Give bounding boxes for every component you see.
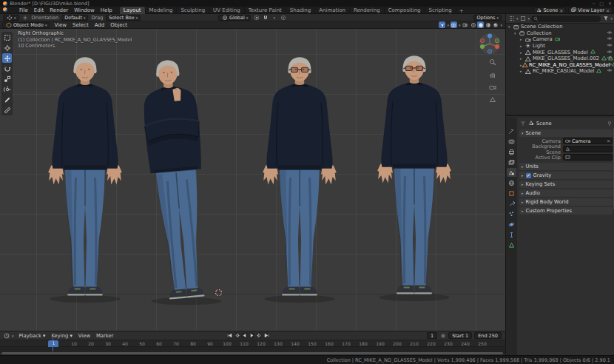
timeline-menu-marker[interactable]: Marker (93, 333, 117, 339)
gravity-checkbox[interactable] (526, 173, 531, 178)
prev-keyframe-button[interactable] (234, 332, 240, 339)
model-mike-standing-glasses[interactable] (238, 55, 361, 316)
timeline-editor-type-icon[interactable] (3, 332, 10, 339)
viewport-menu-object[interactable]: Object (107, 22, 130, 28)
panel-keying-sets[interactable]: ▸Keying Sets (519, 181, 613, 188)
perspective-toggle-icon[interactable] (489, 96, 496, 105)
show-gizmo-icon[interactable] (439, 21, 445, 28)
menu-edit[interactable]: Edit (31, 7, 47, 13)
tool-select-box-button[interactable] (2, 33, 12, 42)
scene-panel-header[interactable]: ▾Scene (519, 129, 613, 137)
tool-move-button[interactable] (2, 53, 12, 63)
workspace-tab-scripting[interactable]: Scripting (425, 7, 456, 14)
outliner-row-light[interactable]: ▸Light (506, 43, 614, 50)
outliner-root-row[interactable]: ▾ Scene Collection (506, 24, 614, 30)
expander-icon[interactable]: ▸ (520, 44, 525, 48)
panel-audio[interactable]: ▸Audio (519, 189, 613, 197)
show-overlays-icon[interactable] (451, 21, 457, 28)
outliner-row-mike-glasses-model-002[interactable]: ▸MIKE_GLASSES_Model.002 (506, 55, 614, 62)
properties-tab-constraints[interactable] (507, 230, 516, 239)
model-mike-arms-crossed[interactable] (125, 57, 248, 318)
timeline-menu-view[interactable]: View (75, 333, 93, 339)
menu-render[interactable]: Render (47, 7, 71, 13)
minimize-button[interactable]: ─ (593, 1, 596, 6)
tool-cursor-button[interactable] (2, 43, 12, 53)
mode-dropdown[interactable]: Object Mode▾ (2, 22, 50, 28)
snapping-dropdown-icon[interactable]: ▾ (271, 14, 277, 21)
play-reverse-button[interactable] (241, 332, 248, 339)
properties-tab-particles[interactable] (507, 209, 516, 218)
unlink-layer-icon[interactable]: ✕ (606, 8, 610, 13)
expander-icon[interactable]: ▸ (520, 56, 525, 61)
zoom-icon[interactable] (489, 58, 496, 67)
model-mike-standing-glasses-2[interactable] (353, 53, 476, 314)
preset-dropdown[interactable]: Default▾ (61, 15, 88, 21)
outliner-row-mike-glasses-model[interactable]: ▸MIKE_GLASSES_Model (506, 49, 614, 55)
workspace-tab-shading[interactable]: Shading (286, 7, 315, 14)
timeline-ruler[interactable]: 1 10203040506070809010011012013014015016… (0, 340, 505, 347)
outliner-search-input[interactable] (531, 16, 601, 22)
properties-filter-icon[interactable] (519, 121, 526, 127)
panel-custom-properties[interactable]: ▸Custom Properties (519, 207, 613, 215)
view-layer-selector[interactable]: View Layer ✕ (568, 7, 613, 13)
outliner-row-collection[interactable]: ▾Collection (506, 30, 614, 37)
camera-field[interactable]: Camera ✕ (563, 138, 613, 144)
shading-material-icon[interactable] (485, 21, 491, 28)
panel-units[interactable]: ▸Units (519, 163, 613, 170)
frame-start-field[interactable]: Start1 (448, 332, 472, 339)
properties-tab-data[interactable] (507, 240, 516, 249)
properties-tab-output[interactable] (507, 147, 516, 156)
timeline-menu-playback[interactable]: Playback ▾ (16, 333, 49, 339)
tool-transform-button[interactable] (2, 84, 12, 94)
drag-dropdown[interactable]: Select Box▾ (106, 15, 141, 21)
outliner-row-rc-mike-a-no-glasses-model[interactable]: ▸RC_MIKE_A_NO_GLASSES_Model (506, 62, 614, 69)
transform-orientation-dropdown[interactable]: Global▾ (218, 15, 251, 21)
menu-help[interactable]: Help (98, 7, 115, 13)
timeline-scrollbar[interactable] (1, 352, 503, 354)
outliner-editor-type-icon[interactable] (508, 16, 515, 22)
properties-tab-world[interactable] (507, 178, 516, 187)
jump-start-button[interactable] (226, 332, 233, 339)
active-tool-dropdown[interactable]: ▾ (3, 15, 19, 21)
pin-icon[interactable] (606, 121, 613, 127)
active-clip-field[interactable] (563, 154, 613, 161)
viewport-menu-add[interactable]: Add (92, 22, 108, 28)
workspace-tab-uv-editing[interactable]: UV Editing (209, 7, 245, 14)
expander-icon[interactable]: ▾ (514, 31, 519, 36)
viewport-menu-view[interactable]: View (51, 22, 70, 28)
workspace-tab-sculpting[interactable]: Sculpting (177, 7, 209, 14)
maximize-button[interactable]: □ (599, 1, 604, 6)
pan-hand-icon[interactable] (489, 71, 496, 80)
properties-tab-view-layer[interactable] (507, 158, 516, 166)
scene-selector[interactable]: Scene ✕ (533, 7, 566, 13)
hide-in-viewport-icon[interactable] (607, 67, 613, 75)
outliner-row-camera[interactable]: ▸Camera (506, 36, 614, 43)
workspace-tab-compositing[interactable]: Compositing (385, 7, 425, 14)
properties-tab-render[interactable] (507, 137, 516, 146)
tool-rotate-button[interactable] (2, 64, 12, 73)
workspace-tab-animation[interactable]: Animation (315, 7, 350, 14)
shading-rendered-icon[interactable] (492, 21, 499, 28)
viewport-menu-select[interactable]: Select (70, 22, 92, 28)
next-keyframe-button[interactable] (256, 332, 263, 339)
background-scene-field[interactable] (563, 146, 613, 152)
menu-file[interactable]: File (16, 7, 31, 13)
proportional-edit-icon[interactable] (280, 14, 286, 21)
workspace-tab-rendering[interactable]: Rendering (350, 7, 385, 14)
snap-magnet-icon[interactable] (262, 14, 269, 21)
filter-funnel-icon[interactable] (602, 16, 609, 22)
options-dropdown[interactable]: Options▾ (473, 15, 502, 21)
current-frame-field[interactable]: 1 (427, 332, 437, 339)
properties-tab-scene[interactable] (507, 168, 516, 177)
tool-annotate-button[interactable] (2, 95, 12, 104)
outliner-display-mode-icon[interactable] (520, 16, 527, 22)
viewport-3d[interactable]: Right Orthographic (1) Collection | RC_M… (0, 29, 505, 331)
tool-scale-button[interactable] (2, 74, 12, 84)
panel-gravity[interactable]: ▸Gravity (519, 172, 613, 179)
navigation-gizmo[interactable] (479, 33, 501, 55)
properties-tab-object[interactable] (507, 189, 516, 198)
unlink-scene-icon[interactable]: ✕ (559, 8, 563, 13)
frame-end-field[interactable]: End250 (474, 332, 502, 339)
pivot-point-icon[interactable] (253, 14, 260, 21)
auto-keying-icon[interactable] (439, 332, 446, 339)
